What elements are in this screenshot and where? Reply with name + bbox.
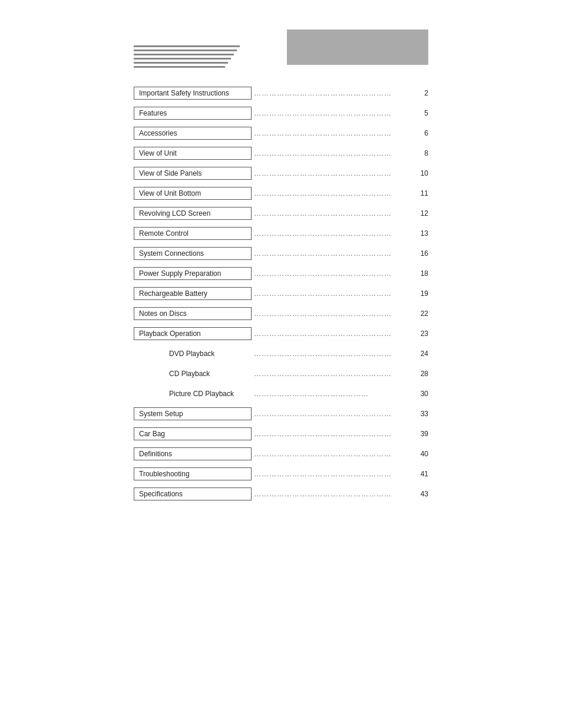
toc-item-troubleshooting[interactable]: Troubleshooting ……………………………………………… 41 [134,466,428,482]
toc-sub-label: Picture CD Playback [169,390,252,398]
toc-item-revolving-lcd[interactable]: Revolving LCD Screen ……………………………………………… … [134,206,428,221]
toc-item-power-supply[interactable]: Power Supply Preparation ………………………………………… [134,266,428,281]
toc-dots: ……………………………………………… [252,209,416,218]
toc-item-car-bag[interactable]: Car Bag ……………………………………………… 39 [134,426,428,442]
toc-page: 30 [416,390,428,398]
toc-label[interactable]: Notes on Discs [134,307,252,320]
toc-dots: ……………………………………………… [252,330,416,338]
toc-page: 41 [416,470,428,478]
toc-label[interactable]: Troubleshooting [134,467,252,480]
header-area [134,24,428,68]
toc-item-view-unit-bottom[interactable]: View of Unit Bottom ……………………………………………… 1… [134,186,428,201]
toc-dots: ……………………………………………… [252,149,416,157]
toc-dots: ……………………………………………… [252,430,416,438]
toc-label[interactable]: Playback Operation [134,327,252,340]
toc-page: 13 [416,229,428,238]
header-line-4 [134,58,231,60]
toc-label[interactable]: Car Bag [134,427,252,440]
toc-page: 43 [416,490,428,498]
toc-dots: ……………………………………………… [252,229,416,238]
toc-container: Important Safety Instructions …………………………… [134,85,428,502]
page: Important Safety Instructions …………………………… [0,0,562,728]
toc-label[interactable]: Rechargeable Battery [134,287,252,300]
toc-dots: ……………………………………………… [252,129,416,137]
toc-page: 18 [416,269,428,278]
toc-item-specifications[interactable]: Specifications ……………………………………………… 43 [134,486,428,502]
toc-label[interactable]: View of Unit [134,147,252,160]
toc-dots: ……………………………………………… [252,89,416,97]
toc-item-accessories[interactable]: Accessories ……………………………………………… 6 [134,126,428,141]
toc-page: 11 [416,189,428,197]
header-line-5 [134,62,228,64]
toc-item-view-unit[interactable]: View of Unit ……………………………………………… 8 [134,146,428,161]
toc-label[interactable]: Specifications [134,487,252,500]
toc-dots: ……………………………………………… [252,309,416,318]
toc-sub-label: CD Playback [169,370,252,378]
toc-page: 5 [416,109,428,117]
toc-item-system-connections[interactable]: System Connections ……………………………………………… 16 [134,246,428,261]
toc-dots: ……………………………………………… [252,289,416,298]
toc-page: 2 [416,89,428,97]
toc-label[interactable]: Revolving LCD Screen [134,207,252,220]
toc-dots: ……………………………………………… [252,370,416,378]
toc-dots: ……………………………………………… [252,490,416,498]
toc-label[interactable]: System Setup [134,407,252,420]
toc-page: 40 [416,450,428,458]
toc-item-dvd-playback[interactable]: DVD Playback ……………………………………………… 24 [134,346,428,361]
toc-dots: ……………………………………………… [252,169,416,177]
toc-item-system-setup[interactable]: System Setup ……………………………………………… 33 [134,406,428,421]
toc-page: 12 [416,209,428,218]
header-lines [134,45,240,68]
toc-dots: ……………………………………………… [252,249,416,258]
toc-label[interactable]: Accessories [134,127,252,140]
toc-page: 33 [416,410,428,418]
toc-item-important-safety[interactable]: Important Safety Instructions …………………………… [134,85,428,101]
toc-label[interactable]: System Connections [134,247,252,260]
header-line-2 [134,50,237,51]
toc-page: 28 [416,370,428,378]
toc-item-view-side-panels[interactable]: View of Side Panels ……………………………………………… 1… [134,166,428,181]
toc-label[interactable]: View of Unit Bottom [134,187,252,200]
header-line-6 [134,66,225,68]
header-line-3 [134,54,234,55]
toc-item-rechargeable-battery[interactable]: Rechargeable Battery ……………………………………………… … [134,286,428,301]
toc-page: 16 [416,249,428,258]
toc-sub-label: DVD Playback [169,350,252,358]
toc-page: 6 [416,129,428,137]
toc-item-playback-operation[interactable]: Playback Operation ……………………………………………… 23 [134,326,428,341]
toc-dots: ……………………………………… [252,390,416,398]
toc-dots: ……………………………………………… [252,109,416,117]
toc-dots: ……………………………………………… [252,350,416,358]
header-box [287,29,428,65]
toc-item-notes-discs[interactable]: Notes on Discs ……………………………………………… 22 [134,306,428,321]
toc-page: 24 [416,350,428,358]
toc-label[interactable]: Important Safety Instructions [134,87,252,100]
toc-item-features[interactable]: Features ……………………………………………… 5 [134,106,428,121]
toc-item-picture-cd-playback[interactable]: Picture CD Playback ……………………………………… 30 [134,386,428,401]
toc-item-definitions[interactable]: Definitions ……………………………………………… 40 [134,446,428,462]
toc-item-remote-control[interactable]: Remote Control ……………………………………………… 13 [134,226,428,241]
toc-label[interactable]: Remote Control [134,227,252,240]
toc-dots: ……………………………………………… [252,470,416,478]
toc-label[interactable]: Power Supply Preparation [134,267,252,280]
toc-item-cd-playback[interactable]: CD Playback ……………………………………………… 28 [134,366,428,381]
toc-dots: ……………………………………………… [252,189,416,197]
toc-label[interactable]: Definitions [134,447,252,460]
toc-label[interactable]: Features [134,107,252,120]
toc-page: 22 [416,309,428,318]
toc-dots: ……………………………………………… [252,450,416,458]
toc-page: 19 [416,289,428,298]
toc-page: 8 [416,149,428,157]
header-line-1 [134,45,240,47]
toc-dots: ……………………………………………… [252,410,416,418]
toc-page: 39 [416,430,428,438]
toc-dots: ……………………………………………… [252,269,416,278]
toc-page: 10 [416,169,428,177]
toc-page: 23 [416,330,428,338]
toc-label[interactable]: View of Side Panels [134,167,252,180]
